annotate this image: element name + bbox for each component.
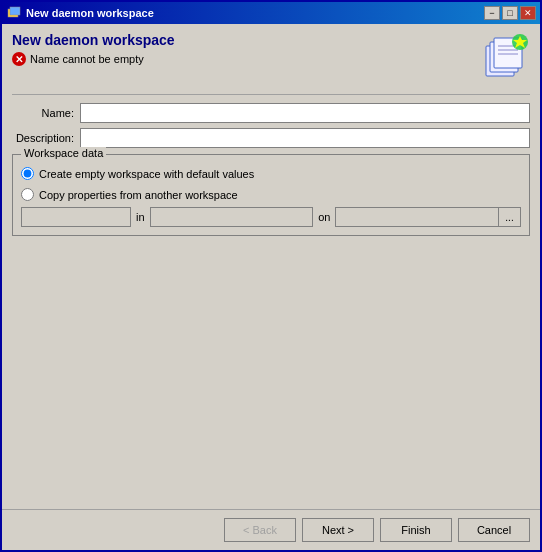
dialog-title: New daemon workspace [12,32,175,48]
copy-on-input[interactable] [335,207,499,227]
workspace-data-group: Workspace data Create empty workspace wi… [12,154,530,236]
in-label: in [131,211,150,223]
finish-button[interactable]: Finish [380,518,452,542]
back-button[interactable]: < Back [224,518,296,542]
form-area: Name: Description: Workspace data Create… [12,103,530,302]
create-empty-radio[interactable] [21,167,34,180]
radio1-label[interactable]: Create empty workspace with default valu… [39,168,254,180]
window-icon [6,5,22,21]
dialog-header: New daemon workspace ✕ Name cannot be em… [12,32,530,80]
window: New daemon workspace − □ ✕ New daemon wo… [0,0,542,552]
title-bar: New daemon workspace − □ ✕ [2,2,540,24]
maximize-button[interactable]: □ [502,6,518,20]
copy-row: in on ... [21,207,521,227]
close-button[interactable]: ✕ [520,6,536,20]
minimize-button[interactable]: − [484,6,500,20]
group-legend: Workspace data [21,147,106,159]
name-label: Name: [12,107,80,119]
cancel-button[interactable]: Cancel [458,518,530,542]
copy-source-input[interactable] [21,207,131,227]
copy-properties-radio[interactable] [21,188,34,201]
description-row: Description: [12,128,530,148]
on-label: on [313,211,335,223]
svg-rect-1 [10,7,20,15]
error-text: Name cannot be empty [30,53,144,65]
error-message: ✕ Name cannot be empty [12,52,175,66]
window-title: New daemon workspace [26,7,154,19]
title-bar-buttons: − □ ✕ [484,6,536,20]
description-label: Description: [12,132,80,144]
separator [12,94,530,95]
description-input[interactable] [80,128,530,148]
error-icon: ✕ [12,52,26,66]
dialog-content: New daemon workspace ✕ Name cannot be em… [2,24,540,509]
radio2-label[interactable]: Copy properties from another workspace [39,189,238,201]
daemon-icon [482,32,530,80]
button-bar: < Back Next > Finish Cancel [2,509,540,550]
radio-row-2: Copy properties from another workspace [21,188,521,201]
name-row: Name: [12,103,530,123]
dialog-header-left: New daemon workspace ✕ Name cannot be em… [12,32,175,66]
title-bar-left: New daemon workspace [6,5,154,21]
next-button[interactable]: Next > [302,518,374,542]
spacer [12,302,530,501]
browse-button[interactable]: ... [499,207,521,227]
copy-in-input[interactable] [150,207,314,227]
name-input[interactable] [80,103,530,123]
radio-row-1: Create empty workspace with default valu… [21,167,521,180]
